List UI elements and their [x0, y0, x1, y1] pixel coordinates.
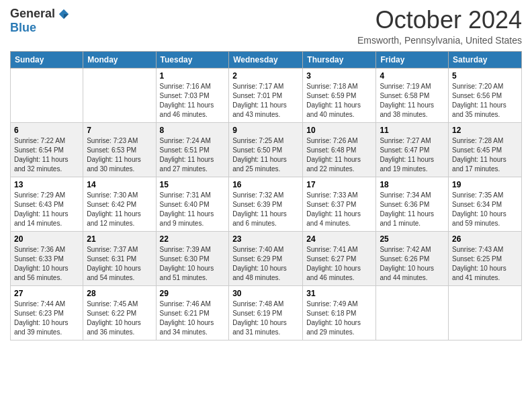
calendar-cell: 24Sunrise: 7:41 AM Sunset: 6:27 PM Dayli… — [303, 231, 376, 285]
col-friday: Friday — [376, 51, 449, 68]
day-number: 24 — [306, 234, 372, 244]
day-info: Sunrise: 7:34 AM Sunset: 6:36 PM Dayligh… — [380, 191, 445, 228]
col-saturday: Saturday — [449, 51, 522, 68]
day-number: 28 — [87, 289, 152, 298]
logo-general-text: General — [10, 7, 55, 21]
day-info: Sunrise: 7:26 AM Sunset: 6:48 PM Dayligh… — [306, 136, 372, 174]
day-info: Sunrise: 7:43 AM Sunset: 6:25 PM Dayligh… — [452, 245, 518, 283]
day-number: 9 — [232, 126, 299, 135]
calendar-cell: 3Sunrise: 7:18 AM Sunset: 6:59 PM Daylig… — [303, 68, 376, 122]
day-info: Sunrise: 7:17 AM Sunset: 7:01 PM Dayligh… — [232, 82, 299, 120]
title-block: October 2024 Emsworth, Pennsylvania, Uni… — [357, 7, 522, 46]
page: General Blue October 2024 Emsworth, Penn… — [0, 0, 532, 411]
day-info: Sunrise: 7:19 AM Sunset: 6:58 PM Dayligh… — [380, 82, 445, 120]
day-info: Sunrise: 7:24 AM Sunset: 6:51 PM Dayligh… — [160, 136, 226, 174]
day-number: 3 — [306, 71, 372, 81]
calendar-table: Sunday Monday Tuesday Wednesday Thursday… — [10, 51, 522, 340]
calendar-cell: 12Sunrise: 7:28 AM Sunset: 6:45 PM Dayli… — [449, 122, 522, 177]
day-number: 18 — [380, 180, 445, 189]
calendar-cell: 18Sunrise: 7:34 AM Sunset: 6:36 PM Dayli… — [376, 177, 449, 231]
day-number: 21 — [87, 234, 152, 244]
day-number: 25 — [380, 234, 445, 244]
day-info: Sunrise: 7:32 AM Sunset: 6:39 PM Dayligh… — [232, 191, 299, 228]
col-tuesday: Tuesday — [156, 51, 229, 68]
day-number: 26 — [452, 234, 518, 244]
day-info: Sunrise: 7:46 AM Sunset: 6:21 PM Dayligh… — [160, 300, 226, 337]
calendar-week-5: 27Sunrise: 7:44 AM Sunset: 6:23 PM Dayli… — [11, 285, 522, 340]
calendar-cell: 7Sunrise: 7:23 AM Sunset: 6:53 PM Daylig… — [83, 122, 156, 177]
day-info: Sunrise: 7:27 AM Sunset: 6:47 PM Dayligh… — [380, 136, 445, 174]
calendar-header-row: Sunday Monday Tuesday Wednesday Thursday… — [11, 51, 522, 68]
calendar-cell: 11Sunrise: 7:27 AM Sunset: 6:47 PM Dayli… — [376, 122, 449, 177]
col-sunday: Sunday — [11, 51, 83, 68]
day-number: 6 — [14, 126, 79, 135]
day-number: 14 — [87, 180, 152, 189]
day-info: Sunrise: 7:45 AM Sunset: 6:22 PM Dayligh… — [87, 300, 152, 337]
calendar-week-1: 1Sunrise: 7:16 AM Sunset: 7:03 PM Daylig… — [11, 68, 522, 122]
day-number: 27 — [14, 289, 79, 298]
calendar-cell: 2Sunrise: 7:17 AM Sunset: 7:01 PM Daylig… — [229, 68, 303, 122]
calendar-cell: 15Sunrise: 7:31 AM Sunset: 6:40 PM Dayli… — [156, 177, 229, 231]
col-thursday: Thursday — [303, 51, 376, 68]
calendar-week-4: 20Sunrise: 7:36 AM Sunset: 6:33 PM Dayli… — [11, 231, 522, 285]
day-number: 10 — [306, 126, 372, 135]
day-info: Sunrise: 7:30 AM Sunset: 6:42 PM Dayligh… — [87, 191, 152, 228]
calendar-cell: 27Sunrise: 7:44 AM Sunset: 6:23 PM Dayli… — [11, 285, 83, 340]
logo-icon — [58, 8, 70, 20]
day-info: Sunrise: 7:35 AM Sunset: 6:34 PM Dayligh… — [452, 191, 518, 228]
col-wednesday: Wednesday — [229, 51, 303, 68]
day-number: 8 — [160, 126, 226, 135]
day-number: 22 — [160, 234, 226, 244]
day-info: Sunrise: 7:41 AM Sunset: 6:27 PM Dayligh… — [306, 245, 372, 283]
day-info: Sunrise: 7:48 AM Sunset: 6:19 PM Dayligh… — [232, 300, 299, 337]
day-info: Sunrise: 7:33 AM Sunset: 6:37 PM Dayligh… — [306, 191, 372, 228]
calendar-week-2: 6Sunrise: 7:22 AM Sunset: 6:54 PM Daylig… — [11, 122, 522, 177]
day-number: 4 — [380, 71, 445, 81]
calendar-cell: 14Sunrise: 7:30 AM Sunset: 6:42 PM Dayli… — [83, 177, 156, 231]
calendar-week-3: 13Sunrise: 7:29 AM Sunset: 6:43 PM Dayli… — [11, 177, 522, 231]
calendar-cell: 30Sunrise: 7:48 AM Sunset: 6:19 PM Dayli… — [229, 285, 303, 340]
day-number: 17 — [306, 180, 372, 189]
calendar-cell: 6Sunrise: 7:22 AM Sunset: 6:54 PM Daylig… — [11, 122, 83, 177]
day-number: 29 — [160, 289, 226, 298]
calendar-cell: 26Sunrise: 7:43 AM Sunset: 6:25 PM Dayli… — [449, 231, 522, 285]
day-number: 5 — [452, 71, 518, 81]
month-title: October 2024 — [357, 7, 522, 34]
day-info: Sunrise: 7:20 AM Sunset: 6:56 PM Dayligh… — [452, 82, 518, 120]
day-info: Sunrise: 7:22 AM Sunset: 6:54 PM Dayligh… — [14, 136, 79, 174]
calendar-cell: 20Sunrise: 7:36 AM Sunset: 6:33 PM Dayli… — [11, 231, 83, 285]
day-number: 31 — [306, 289, 372, 298]
day-info: Sunrise: 7:25 AM Sunset: 6:50 PM Dayligh… — [232, 136, 299, 174]
day-number: 30 — [232, 289, 299, 298]
day-number: 2 — [232, 71, 299, 81]
calendar-cell: 22Sunrise: 7:39 AM Sunset: 6:30 PM Dayli… — [156, 231, 229, 285]
calendar-cell: 4Sunrise: 7:19 AM Sunset: 6:58 PM Daylig… — [376, 68, 449, 122]
day-info: Sunrise: 7:40 AM Sunset: 6:29 PM Dayligh… — [232, 245, 299, 283]
logo-blue-text: Blue — [10, 21, 36, 35]
day-number: 15 — [160, 180, 226, 189]
day-info: Sunrise: 7:44 AM Sunset: 6:23 PM Dayligh… — [14, 300, 79, 337]
calendar-cell: 5Sunrise: 7:20 AM Sunset: 6:56 PM Daylig… — [449, 68, 522, 122]
day-number: 20 — [14, 234, 79, 244]
calendar-cell: 8Sunrise: 7:24 AM Sunset: 6:51 PM Daylig… — [156, 122, 229, 177]
logo: General Blue — [10, 7, 70, 35]
day-info: Sunrise: 7:16 AM Sunset: 7:03 PM Dayligh… — [160, 82, 226, 120]
day-info: Sunrise: 7:18 AM Sunset: 6:59 PM Dayligh… — [306, 82, 372, 120]
day-number: 16 — [232, 180, 299, 189]
day-number: 7 — [87, 126, 152, 135]
calendar-cell: 19Sunrise: 7:35 AM Sunset: 6:34 PM Dayli… — [449, 177, 522, 231]
day-info: Sunrise: 7:36 AM Sunset: 6:33 PM Dayligh… — [14, 245, 79, 283]
day-info: Sunrise: 7:23 AM Sunset: 6:53 PM Dayligh… — [87, 136, 152, 174]
col-monday: Monday — [83, 51, 156, 68]
calendar-cell — [11, 68, 83, 122]
calendar-cell: 16Sunrise: 7:32 AM Sunset: 6:39 PM Dayli… — [229, 177, 303, 231]
calendar-cell: 28Sunrise: 7:45 AM Sunset: 6:22 PM Dayli… — [83, 285, 156, 340]
calendar-cell — [376, 285, 449, 340]
calendar-cell: 21Sunrise: 7:37 AM Sunset: 6:31 PM Dayli… — [83, 231, 156, 285]
day-info: Sunrise: 7:42 AM Sunset: 6:26 PM Dayligh… — [380, 245, 445, 283]
calendar-cell: 17Sunrise: 7:33 AM Sunset: 6:37 PM Dayli… — [303, 177, 376, 231]
calendar-cell: 13Sunrise: 7:29 AM Sunset: 6:43 PM Dayli… — [11, 177, 83, 231]
calendar-cell: 29Sunrise: 7:46 AM Sunset: 6:21 PM Dayli… — [156, 285, 229, 340]
day-number: 13 — [14, 180, 79, 189]
logo-text: General — [10, 7, 70, 21]
